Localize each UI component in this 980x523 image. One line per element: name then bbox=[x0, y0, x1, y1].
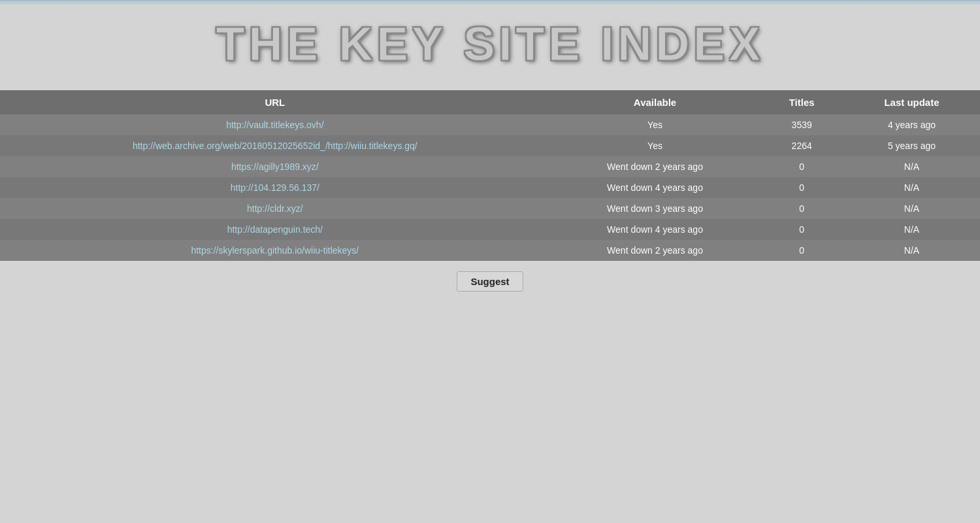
url-link[interactable]: https://agilly1989.xyz/ bbox=[231, 161, 319, 172]
col-last-update: Last update bbox=[843, 90, 980, 114]
cell-url[interactable]: http://datapenguin.tech/ bbox=[0, 219, 550, 240]
cell-available: Went down 2 years ago bbox=[550, 240, 760, 261]
url-link[interactable]: http://104.129.56.137/ bbox=[231, 182, 319, 193]
col-titles: Titles bbox=[760, 90, 843, 114]
url-link[interactable]: https://skylerspark.github.io/wiiu-title… bbox=[191, 245, 359, 256]
sites-table: URL Available Titles Last update http://… bbox=[0, 90, 980, 261]
table-row: https://agilly1989.xyz/Went down 2 years… bbox=[0, 156, 980, 177]
cell-titles: 0 bbox=[760, 156, 843, 177]
cell-titles: 0 bbox=[760, 240, 843, 261]
url-link[interactable]: http://cldr.xyz/ bbox=[247, 203, 303, 214]
cell-available: Yes bbox=[550, 114, 760, 135]
col-available: Available bbox=[550, 90, 760, 114]
table-row: http://vault.titlekeys.ovh/Yes35394 year… bbox=[0, 114, 980, 135]
cell-last-update: 5 years ago bbox=[843, 135, 980, 156]
cell-url[interactable]: https://skylerspark.github.io/wiiu-title… bbox=[0, 240, 550, 261]
page-title: THE KEY SITE INDEX bbox=[0, 17, 980, 71]
cell-url[interactable]: http://104.129.56.137/ bbox=[0, 177, 550, 198]
table-header-row: URL Available Titles Last update bbox=[0, 90, 980, 114]
cell-url[interactable]: http://vault.titlekeys.ovh/ bbox=[0, 114, 550, 135]
suggest-container: Suggest bbox=[0, 261, 980, 302]
cell-url[interactable]: http://web.archive.org/web/2018051202565… bbox=[0, 135, 550, 156]
cell-available: Went down 4 years ago bbox=[550, 219, 760, 240]
col-url: URL bbox=[0, 90, 550, 114]
cell-last-update: N/A bbox=[843, 198, 980, 219]
cell-available: Yes bbox=[550, 135, 760, 156]
cell-url[interactable]: https://agilly1989.xyz/ bbox=[0, 156, 550, 177]
table-row: https://skylerspark.github.io/wiiu-title… bbox=[0, 240, 980, 261]
table-row: http://cldr.xyz/Went down 3 years ago0N/… bbox=[0, 198, 980, 219]
cell-url[interactable]: http://cldr.xyz/ bbox=[0, 198, 550, 219]
cell-titles: 0 bbox=[760, 219, 843, 240]
table-row: http://datapenguin.tech/Went down 4 year… bbox=[0, 219, 980, 240]
cell-titles: 0 bbox=[760, 198, 843, 219]
cell-titles: 0 bbox=[760, 177, 843, 198]
cell-titles: 3539 bbox=[760, 114, 843, 135]
table-row: http://104.129.56.137/Went down 4 years … bbox=[0, 177, 980, 198]
url-link[interactable]: http://datapenguin.tech/ bbox=[227, 224, 323, 235]
table-row: http://web.archive.org/web/2018051202565… bbox=[0, 135, 980, 156]
url-link[interactable]: http://web.archive.org/web/2018051202565… bbox=[133, 141, 417, 151]
cell-last-update: N/A bbox=[843, 177, 980, 198]
cell-last-update: N/A bbox=[843, 219, 980, 240]
cell-available: Went down 4 years ago bbox=[550, 177, 760, 198]
cell-titles: 2264 bbox=[760, 135, 843, 156]
cell-last-update: 4 years ago bbox=[843, 114, 980, 135]
table-container: URL Available Titles Last update http://… bbox=[0, 90, 980, 261]
cell-available: Went down 2 years ago bbox=[550, 156, 760, 177]
cell-last-update: N/A bbox=[843, 240, 980, 261]
suggest-button[interactable]: Suggest bbox=[457, 271, 523, 292]
cell-available: Went down 3 years ago bbox=[550, 198, 760, 219]
cell-last-update: N/A bbox=[843, 156, 980, 177]
page-header: THE KEY SITE INDEX bbox=[0, 4, 980, 90]
url-link[interactable]: http://vault.titlekeys.ovh/ bbox=[226, 120, 323, 130]
